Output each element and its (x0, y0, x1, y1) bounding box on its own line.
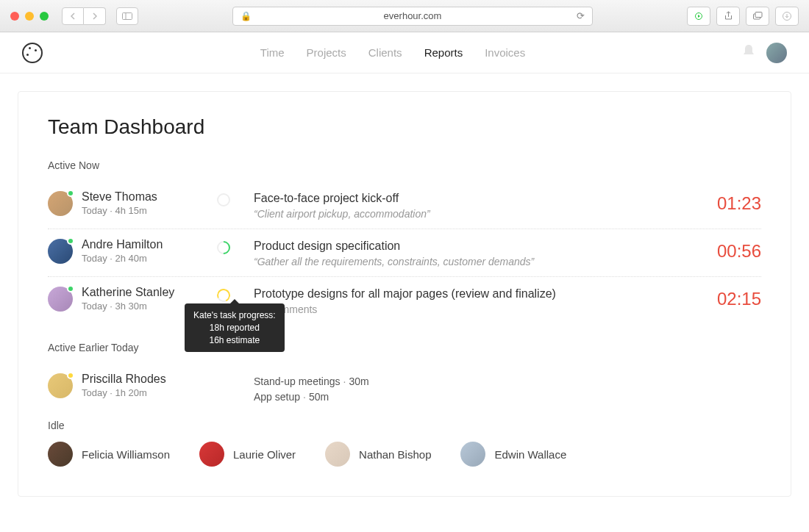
window-controls (10, 12, 49, 21)
timer-value: 00:56 (695, 238, 761, 262)
idle-user-name: Nathan Bishop (359, 448, 431, 461)
forward-button[interactable] (84, 7, 106, 25)
nav-time[interactable]: Time (260, 46, 285, 59)
progress-tooltip: Kate's task progress: 18h reported 16h e… (185, 303, 285, 352)
avatar (48, 373, 73, 398)
subtask-name[interactable]: Stand-up meetings (254, 375, 341, 387)
subtask-name[interactable]: App setup (254, 391, 300, 403)
dashboard-card: Team Dashboard Active Now Steve Thomas T… (18, 91, 791, 497)
app-logo[interactable] (22, 43, 43, 63)
task-note: “Client airport pickup, accommodation” (254, 208, 695, 220)
status-online-icon (67, 237, 74, 245)
main-nav: Time Projects Clients Reports Invoices (43, 46, 743, 59)
url-text: everhour.com (384, 10, 442, 21)
avatar (48, 191, 73, 216)
user-cell[interactable]: Steve Thomas Today · 4h 15m (48, 190, 217, 216)
tooltip-line: 16h estimate (193, 334, 276, 347)
subtask-duration: 30m (349, 375, 368, 387)
earlier-row: Priscilla Rhodes Today · 1h 20m Stand-up… (48, 364, 761, 409)
user-name: Andre Hamilton (82, 238, 163, 251)
reload-icon[interactable]: ⟳ (577, 10, 585, 21)
media-play-button[interactable] (687, 7, 710, 26)
avatar (48, 442, 73, 467)
nav-invoices[interactable]: Invoices (485, 46, 525, 59)
user-cell[interactable]: Andre Hamilton Today · 2h 40m (48, 238, 217, 264)
tabs-button[interactable] (746, 7, 769, 26)
address-bar[interactable]: 🔒 everhour.com ⟳ (232, 7, 593, 26)
browser-right-buttons (687, 7, 799, 26)
task-note: “Gather all the requirements, constraint… (254, 256, 695, 267)
nav-clients[interactable]: Clients (368, 46, 402, 59)
content-wrapper: Team Dashboard Active Now Steve Thomas T… (0, 73, 809, 514)
progress-ring-icon[interactable] (214, 238, 232, 256)
timer-value: 02:15 (695, 286, 761, 309)
task-cell[interactable]: Prototype designs for all major pages (r… (254, 286, 695, 315)
subtasks-cell: Stand-up meetings·30m App setup·50m (254, 373, 761, 405)
avatar (460, 442, 485, 467)
section-idle-label: Idle (48, 420, 761, 431)
task-title: Face-to-face project kick-off (254, 192, 695, 205)
user-name: Katherine Stanley (82, 286, 174, 299)
idle-user[interactable]: Felicia Williamson (48, 442, 170, 467)
idle-user[interactable]: Edwin Wallace (460, 442, 566, 467)
avatar (199, 442, 224, 467)
active-row: Andre Hamilton Today · 2h 40m Product de… (48, 229, 761, 277)
user-cell[interactable]: Priscilla Rhodes Today · 1h 20m (48, 373, 217, 398)
app-header: Time Projects Clients Reports Invoices (0, 32, 809, 73)
minimize-window-button[interactable] (25, 12, 34, 21)
status-away-icon (67, 372, 74, 379)
timer-value: 01:23 (695, 190, 761, 214)
avatar (325, 442, 350, 467)
idle-user-name: Felicia Williamson (82, 448, 170, 461)
svg-rect-4 (755, 12, 762, 18)
task-cell[interactable]: Product design specification “Gather all… (254, 238, 695, 267)
user-name: Steve Thomas (82, 190, 157, 204)
close-window-button[interactable] (10, 12, 19, 21)
lock-icon: 🔒 (240, 11, 252, 21)
sidebar-toggle-button[interactable] (116, 7, 138, 25)
avatar (48, 239, 73, 264)
idle-user[interactable]: Laurie Oliver (199, 442, 296, 467)
active-row: Katherine Stanley Today · 3h 30m Prototy… (48, 277, 761, 324)
user-name: Priscilla Rhodes (82, 373, 166, 386)
back-button[interactable] (62, 7, 84, 25)
status-online-icon (67, 285, 74, 292)
tooltip-line: Kate's task progress: (193, 309, 276, 322)
idle-list: Felicia Williamson Laurie Oliver Nathan … (48, 442, 761, 467)
idle-user-name: Edwin Wallace (494, 448, 566, 461)
share-button[interactable] (716, 7, 740, 26)
idle-user[interactable]: Nathan Bishop (325, 442, 431, 467)
user-meta: Today · 1h 20m (82, 387, 166, 398)
browser-toolbar: 🔒 everhour.com ⟳ (0, 0, 809, 32)
section-active-earlier-label: Active Earlier Today (48, 342, 761, 353)
nav-projects[interactable]: Projects (307, 46, 346, 59)
active-row: Steve Thomas Today · 4h 15m Face-to-face… (48, 181, 761, 229)
task-cell[interactable]: Face-to-face project kick-off “Client ai… (254, 190, 695, 220)
downloads-button[interactable] (775, 7, 799, 26)
user-meta: Today · 3h 30m (82, 301, 174, 312)
user-meta: Today · 2h 40m (82, 253, 163, 264)
header-right (743, 43, 787, 63)
avatar (48, 287, 73, 312)
tooltip-line: 18h reported (193, 322, 276, 334)
notifications-icon[interactable] (743, 44, 755, 61)
status-online-icon (67, 190, 74, 197)
idle-user-name: Laurie Oliver (233, 448, 296, 461)
task-note: No comments (254, 303, 695, 315)
user-avatar[interactable] (766, 43, 787, 63)
task-title: Prototype designs for all major pages (r… (254, 287, 695, 301)
page-title: Team Dashboard (48, 115, 761, 139)
user-meta: Today · 4h 15m (82, 205, 157, 216)
nav-back-forward (62, 7, 106, 25)
svg-rect-0 (123, 12, 132, 19)
nav-reports[interactable]: Reports (424, 46, 463, 59)
task-title: Product design specification (254, 240, 695, 253)
section-active-now-label: Active Now (48, 159, 761, 171)
subtask-duration: 50m (309, 391, 329, 403)
progress-ring-icon[interactable] (217, 193, 230, 206)
maximize-window-button[interactable] (40, 12, 49, 21)
